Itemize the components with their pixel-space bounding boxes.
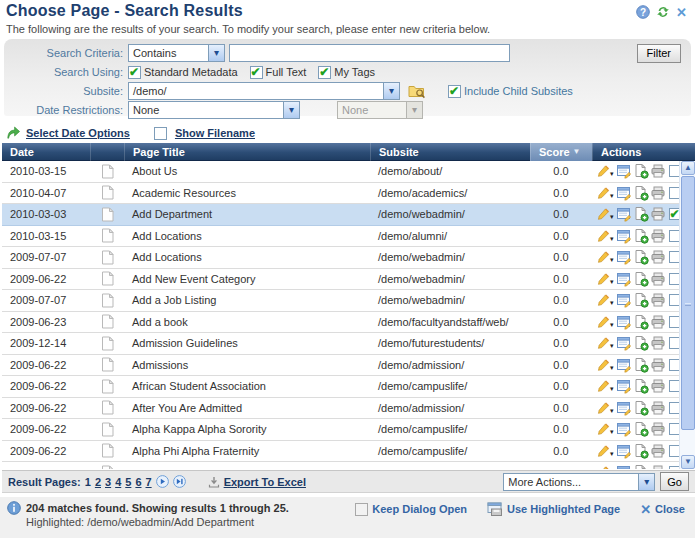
show-filename-checkbox[interactable] <box>154 127 167 140</box>
copy-page-icon[interactable] <box>633 185 649 201</box>
page-link-6[interactable]: 6 <box>135 476 141 488</box>
print-page-icon[interactable] <box>650 314 666 330</box>
edit-properties-icon[interactable] <box>616 335 632 351</box>
page-link-2[interactable]: 2 <box>95 476 101 488</box>
print-page-icon[interactable] <box>650 206 666 222</box>
copy-page-icon[interactable] <box>633 249 649 265</box>
print-page-icon[interactable] <box>650 163 666 179</box>
edit-properties-icon[interactable] <box>616 185 632 201</box>
export-to-excel-link[interactable]: Export To Excel <box>224 476 306 488</box>
print-page-icon[interactable] <box>650 421 666 437</box>
next-page-icon[interactable] <box>156 475 169 488</box>
table-row[interactable]: 2009-06-22 After You Are Admitted /demo/… <box>2 398 679 420</box>
date-restrictions-select[interactable]: None <box>128 101 300 119</box>
print-page-icon[interactable] <box>650 400 666 416</box>
copy-page-icon[interactable] <box>633 271 649 287</box>
edit-properties-icon[interactable] <box>616 249 632 265</box>
print-page-icon[interactable] <box>650 335 666 351</box>
standard-metadata-checkbox[interactable] <box>128 66 141 79</box>
edit-dropdown-icon[interactable]: ▾ <box>610 321 614 329</box>
edit-page-icon[interactable] <box>596 228 611 244</box>
copy-page-icon[interactable] <box>633 464 649 469</box>
page-link-5[interactable]: 5 <box>125 476 131 488</box>
full-text-checkbox[interactable] <box>250 66 263 79</box>
edit-dropdown-icon[interactable]: ▾ <box>610 192 614 200</box>
edit-page-icon[interactable] <box>596 464 611 469</box>
table-row[interactable]: ▾ <box>2 462 679 469</box>
table-row[interactable]: 2010-04-07 Academic Resources /demo/acad… <box>2 183 679 205</box>
print-page-icon[interactable] <box>650 443 666 459</box>
page-link-3[interactable]: 3 <box>105 476 111 488</box>
edit-dropdown-icon[interactable]: ▾ <box>610 278 614 286</box>
my-tags-checkbox[interactable] <box>318 66 331 79</box>
copy-page-icon[interactable] <box>633 421 649 437</box>
edit-dropdown-icon[interactable]: ▾ <box>610 170 614 178</box>
edit-properties-icon[interactable] <box>616 378 632 394</box>
criteria-operator-select[interactable]: Contains <box>128 44 225 62</box>
edit-properties-icon[interactable] <box>616 464 632 469</box>
print-page-icon[interactable] <box>650 464 666 469</box>
edit-page-icon[interactable] <box>596 249 611 265</box>
scrollbar-thumb[interactable] <box>681 176 695 430</box>
refresh-icon[interactable] <box>656 5 670 19</box>
edit-properties-icon[interactable] <box>616 206 632 222</box>
close-dialog-button[interactable]: ✕ Close <box>640 503 685 516</box>
edit-page-icon[interactable] <box>596 421 611 437</box>
table-row[interactable]: 2009-06-22 Alpha Phi Alpha Fraternity /d… <box>2 441 679 463</box>
edit-dropdown-icon[interactable]: ▾ <box>610 450 614 458</box>
scroll-down-icon[interactable]: ▼ <box>681 455 695 469</box>
go-button[interactable]: Go <box>660 472 689 491</box>
table-row[interactable]: 2009-07-07 Add Locations /demo/webadmin/… <box>2 247 679 269</box>
edit-page-icon[interactable] <box>596 271 611 287</box>
edit-dropdown-icon[interactable]: ▾ <box>610 342 614 350</box>
select-date-options-link[interactable]: Select Date Options <box>26 127 130 139</box>
use-highlighted-page-button[interactable]: Use Highlighted Page <box>487 502 620 516</box>
print-page-icon[interactable] <box>650 249 666 265</box>
browse-folder-icon[interactable] <box>408 84 426 99</box>
edit-properties-icon[interactable] <box>616 357 632 373</box>
edit-properties-icon[interactable] <box>616 163 632 179</box>
edit-dropdown-icon[interactable]: ▾ <box>610 235 614 243</box>
edit-page-icon[interactable] <box>596 400 611 416</box>
search-criteria-input[interactable] <box>229 44 510 62</box>
edit-page-icon[interactable] <box>596 443 611 459</box>
print-page-icon[interactable] <box>650 271 666 287</box>
print-page-icon[interactable] <box>650 228 666 244</box>
table-row[interactable]: 2010-03-15 About Us /demo/about/ 0.0 ▾ <box>2 161 679 183</box>
edit-page-icon[interactable] <box>596 335 611 351</box>
last-page-icon[interactable] <box>173 475 186 488</box>
edit-page-icon[interactable] <box>596 206 611 222</box>
table-row[interactable]: 2009-06-23 Add a book /demo/facultyandst… <box>2 312 679 334</box>
edit-properties-icon[interactable] <box>616 443 632 459</box>
copy-page-icon[interactable] <box>633 357 649 373</box>
close-icon[interactable]: ✕ <box>676 6 687 19</box>
copy-page-icon[interactable] <box>633 443 649 459</box>
table-row[interactable]: 2009-06-22 African Student Association /… <box>2 376 679 398</box>
subsite-select[interactable]: /demo/ <box>128 82 400 100</box>
include-child-subsites-checkbox[interactable] <box>448 85 461 98</box>
copy-page-icon[interactable] <box>633 292 649 308</box>
edit-page-icon[interactable] <box>596 357 611 373</box>
copy-page-icon[interactable] <box>633 163 649 179</box>
print-page-icon[interactable] <box>650 378 666 394</box>
table-row[interactable]: 2009-06-22 Add New Event Category /demo/… <box>2 269 679 291</box>
copy-page-icon[interactable] <box>633 378 649 394</box>
copy-page-icon[interactable] <box>633 400 649 416</box>
edit-page-icon[interactable] <box>596 314 611 330</box>
scroll-up-icon[interactable]: ▲ <box>681 161 695 175</box>
edit-page-icon[interactable] <box>596 163 611 179</box>
print-page-icon[interactable] <box>650 185 666 201</box>
edit-properties-icon[interactable] <box>616 292 632 308</box>
edit-page-icon[interactable] <box>596 292 611 308</box>
table-row[interactable]: 2010-03-03 Add Department /demo/webadmin… <box>2 204 679 226</box>
print-page-icon[interactable] <box>650 357 666 373</box>
table-scrollbar[interactable]: ▲ ▼ <box>679 161 695 469</box>
table-row[interactable]: 2009-07-07 Add a Job Listing /demo/webad… <box>2 290 679 312</box>
edit-dropdown-icon[interactable]: ▾ <box>610 213 614 221</box>
edit-properties-icon[interactable] <box>616 421 632 437</box>
filter-button[interactable]: Filter <box>637 44 681 63</box>
edit-properties-icon[interactable] <box>616 314 632 330</box>
edit-page-icon[interactable] <box>596 185 611 201</box>
edit-properties-icon[interactable] <box>616 228 632 244</box>
column-header-date[interactable]: Date <box>2 143 90 161</box>
